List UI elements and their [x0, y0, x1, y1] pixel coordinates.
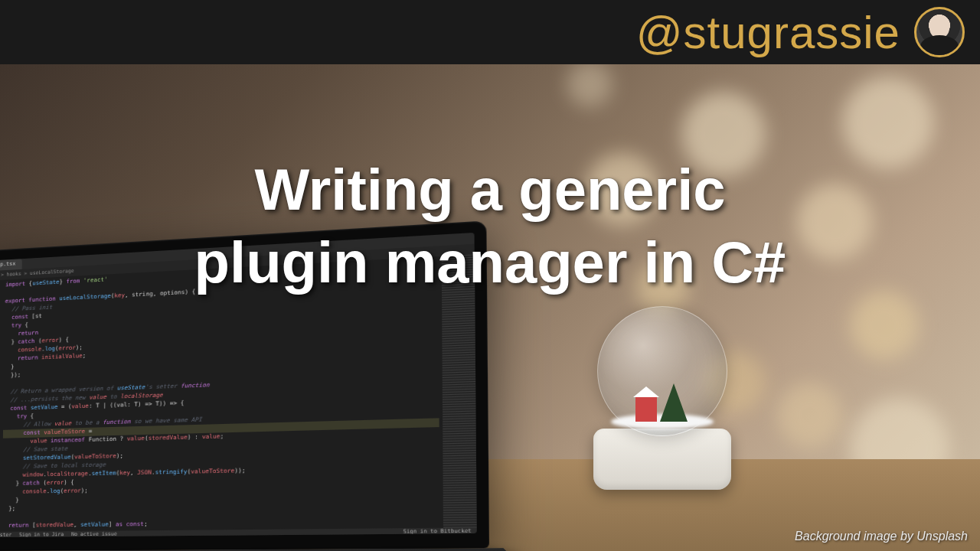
status-issue: No active issue — [71, 530, 117, 537]
bokeh-light — [850, 291, 919, 360]
header-bar: @stugrassie — [0, 0, 980, 64]
globe-tree — [660, 383, 688, 422]
title-line-2: plugin manager in C# — [46, 226, 934, 298]
post-title: Writing a generic plugin manager in C# — [0, 153, 980, 298]
status-bitbucket: Sign in to Bitbucket — [403, 527, 472, 536]
title-line-1: Writing a generic — [46, 153, 934, 226]
globe-base — [593, 429, 731, 490]
bokeh-light — [777, 383, 842, 448]
bokeh-light — [567, 61, 612, 107]
image-credit: Background image by Unsplash — [795, 530, 968, 543]
social-card: @stugrassie App.tsx src > hooks > useLoc… — [0, 0, 980, 551]
globe-scene — [628, 360, 697, 422]
twitter-handle: @stugrassie — [636, 6, 900, 59]
globe-glass — [597, 306, 727, 436]
globe-house — [635, 397, 657, 422]
avatar — [914, 7, 965, 57]
status-jira: Sign in to Jira — [19, 531, 64, 537]
snow-globe — [590, 306, 735, 490]
status-branch: ⎇ master — [0, 532, 11, 537]
